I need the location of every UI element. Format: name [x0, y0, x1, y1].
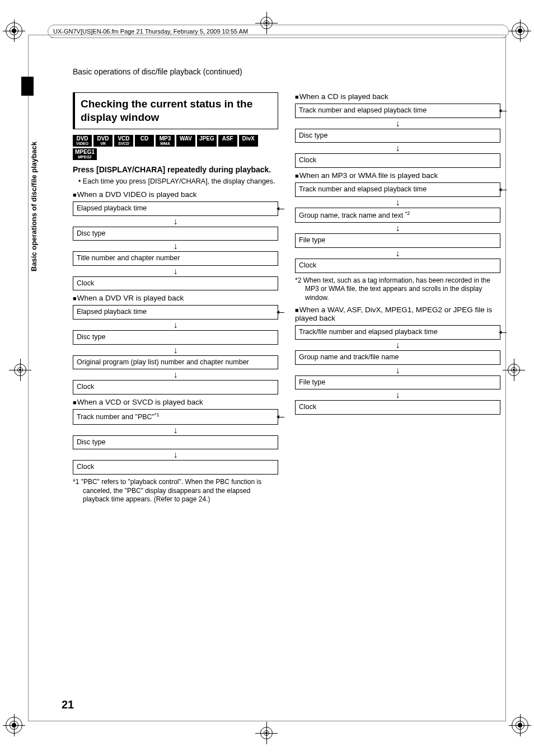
down-arrow-icon: ↓ [295, 249, 500, 258]
flow-step: Track/file number and elapsed playback t… [295, 325, 500, 340]
flow-step: File type [295, 233, 500, 248]
flow-step: Disc type [73, 330, 278, 345]
crop-mark [6, 717, 22, 734]
flow-step: Original program (play list) number and … [73, 355, 278, 370]
bullet-note: • Each time you press [DISPLAY/CHARA], t… [78, 177, 278, 186]
flow-step: Group name, track name and text *2 [295, 208, 500, 223]
badge-mpeg: MPEG1MPEG2 [73, 148, 97, 160]
flow-step: Disc type [295, 129, 500, 143]
down-arrow-icon: ↓ [73, 321, 278, 330]
subhead-vcd: When a VCD or SVCD is played back [73, 398, 278, 406]
badge-asf: ASF [218, 135, 237, 147]
down-arrow-icon: ↓ [295, 391, 500, 400]
down-arrow-icon: ↓ [295, 119, 500, 128]
flow-step: Group name and track/file name [295, 350, 500, 365]
badge-cd: CD [135, 135, 154, 147]
topic-title: Checking the current status in the displ… [81, 97, 272, 124]
flow-step: File type [295, 375, 500, 390]
left-column: Checking the current status in the displ… [73, 92, 278, 504]
format-badges: DVDVIDEO DVDVR VCDSVCD CD MP3WMA WAV JPE… [73, 135, 278, 160]
down-arrow-icon: ↓ [295, 198, 500, 207]
flow-step: Disc type [73, 435, 278, 450]
crop-mark [512, 22, 528, 39]
down-arrow-icon: ↓ [295, 224, 500, 233]
instruction-text: Press [DISPLAY/CHARA] repeatedly during … [73, 165, 278, 175]
subhead-cd: When a CD is played back [295, 92, 500, 101]
crop-mark [14, 364, 26, 376]
badge-mp3-wma: MP3WMA [156, 135, 175, 147]
down-arrow-icon: ↓ [73, 267, 278, 276]
subhead-mp3: When an MP3 or WMA file is played back [295, 171, 500, 180]
section-header: Basic operations of disc/file playback (… [73, 67, 242, 76]
flow-step: Elapsed playback time [73, 305, 278, 320]
footnote-1: *1 "PBC" refers to "playback control". W… [73, 478, 278, 504]
down-arrow-icon: ↓ [73, 426, 278, 435]
page-header: UX-GN7V[US]EN-06.fm Page 21 Thursday, Fe… [53, 28, 503, 36]
right-column: When a CD is played back Track number an… [295, 92, 500, 504]
flow-step: Clock [73, 460, 278, 475]
badge-dvd-vr: DVDVR [93, 135, 113, 147]
flow-step: Clock [73, 276, 278, 291]
flow-step: Elapsed playback time [73, 201, 278, 216]
flow-step: Disc type [73, 227, 278, 241]
down-arrow-icon: ↓ [73, 370, 278, 379]
down-arrow-icon: ↓ [73, 346, 278, 355]
flow-step: Clock [295, 400, 500, 415]
badge-vcd-svcd: VCDSVCD [114, 135, 133, 147]
crop-mark [512, 717, 528, 734]
flow-step: Track number and elapsed playback time [295, 104, 500, 118]
badge-divx: DivX [239, 135, 258, 147]
flow-step: Clock [295, 259, 500, 273]
page-number: 21 [62, 698, 74, 711]
badge-jpeg: JPEG [197, 135, 217, 147]
subhead-dvd-vr: When a DVD VR is played back [73, 294, 278, 302]
down-arrow-icon: ↓ [295, 341, 500, 350]
crop-mark [260, 727, 273, 739]
subhead-dvd-video: When a DVD VIDEO is played back [73, 190, 278, 199]
crop-mark [508, 364, 520, 376]
subhead-wav: When a WAV, ASF, DivX, MPEG1, MPEG2 or J… [295, 306, 500, 322]
crop-mark [6, 22, 22, 39]
flow-step: Clock [73, 380, 278, 395]
flow-step: Clock [295, 153, 500, 168]
flow-step: Title number and chapter number [73, 251, 278, 266]
topic-title-box: Checking the current status in the displ… [73, 92, 278, 129]
footnote-2: *2 When text, such as a tag information,… [295, 276, 500, 303]
flow-step: Track number and "PBC"*1 [73, 409, 278, 425]
down-arrow-icon: ↓ [73, 242, 278, 251]
section-tab [21, 77, 34, 96]
sidebar-label: Basic operations of disc/file playback [30, 142, 38, 271]
flow-step: Track number and elapsed playback time [295, 182, 500, 197]
down-arrow-icon: ↓ [73, 217, 278, 226]
down-arrow-icon: ↓ [295, 366, 500, 375]
down-arrow-icon: ↓ [295, 144, 500, 153]
badge-wav: WAV [176, 135, 195, 147]
down-arrow-icon: ↓ [73, 450, 278, 459]
badge-dvd-video: DVDVIDEO [73, 135, 92, 147]
